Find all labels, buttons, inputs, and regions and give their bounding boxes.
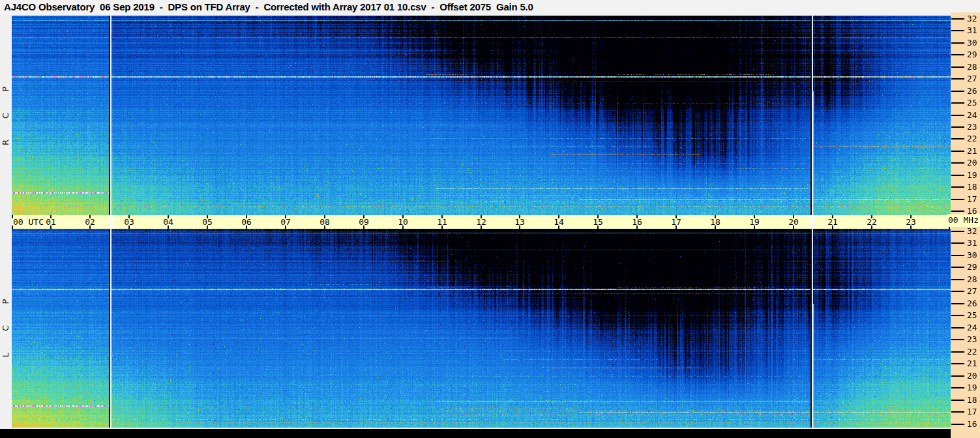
- freq-tick: [951, 242, 964, 244]
- hour-label: 06: [241, 217, 252, 227]
- hour-label: 23: [906, 217, 916, 227]
- hour-label: 01: [46, 217, 56, 227]
- freq-tick: [951, 424, 964, 425]
- hour-label: 13: [514, 217, 525, 227]
- polarization-label-lcp: PCL: [0, 229, 12, 428]
- hour-label: 08: [319, 217, 330, 227]
- freq-label: 31: [967, 26, 977, 35]
- title-text: AJ4CO Observatory 06 Sep 2019 - DPS on T…: [4, 1, 533, 12]
- freq-label: 19: [967, 171, 977, 180]
- polarization-label-rcp: PCR: [0, 16, 12, 215]
- freq-tick: [951, 126, 964, 128]
- hour-label: 02: [85, 217, 95, 227]
- polarization-letter: P: [1, 299, 11, 304]
- freq-label: 24: [967, 111, 977, 120]
- freq-tick: [951, 315, 964, 316]
- freq-label: 32: [967, 14, 977, 23]
- freq-tick: [951, 400, 964, 401]
- freq-label: 27: [967, 74, 977, 83]
- data-gap-marker: [810, 215, 814, 229]
- freq-tick: [951, 339, 964, 340]
- freq-label: 26: [967, 87, 977, 96]
- hour-label: 14: [554, 217, 564, 227]
- freq-tick: [951, 351, 964, 353]
- freq-tick: [951, 162, 964, 164]
- freq-label: 25: [967, 311, 977, 320]
- freq-tick: [951, 186, 964, 188]
- data-gap-marker: [109, 215, 113, 229]
- spectrogram-panel-lcp: [12, 229, 951, 428]
- freq-label: 16: [967, 420, 977, 429]
- freq-tick: [951, 151, 964, 152]
- freq-label: 32: [967, 227, 977, 236]
- bottom-bar: [0, 429, 951, 438]
- freq-tick: [951, 255, 964, 256]
- hour-label: 19: [749, 217, 760, 227]
- freq-label: 21: [967, 359, 977, 368]
- freq-tick: [951, 138, 964, 139]
- freq-label: 22: [967, 134, 977, 143]
- title-bar: AJ4CO Observatory 06 Sep 2019 - DPS on T…: [0, 0, 980, 15]
- freq-label: 27: [967, 287, 977, 296]
- freq-label: 17: [967, 407, 977, 416]
- freq-label: 28: [967, 275, 977, 284]
- freq-label: 30: [967, 38, 977, 48]
- hour-label: 07: [280, 217, 291, 227]
- freq-label: 29: [967, 50, 977, 59]
- hour-label: 12: [476, 217, 486, 227]
- time-axis-end-label: 00 MHz: [947, 214, 980, 227]
- freq-label: 30: [967, 251, 977, 260]
- freq-tick: [951, 102, 964, 104]
- freq-label: 18: [967, 182, 977, 192]
- hour-label: 10: [398, 217, 408, 227]
- freq-tick: [951, 411, 964, 413]
- hour-label: 15: [593, 217, 603, 227]
- hour-label: 22: [867, 217, 877, 227]
- hour-label: 03: [124, 217, 134, 227]
- freq-label: 17: [967, 195, 977, 204]
- freq-label: 29: [967, 263, 977, 272]
- freq-label: 18: [967, 396, 977, 405]
- hour-label: 16: [632, 217, 642, 227]
- freq-tick: [951, 267, 964, 268]
- freq-tick: [951, 375, 964, 377]
- freq-label: 21: [967, 147, 977, 156]
- hour-label: 05: [202, 217, 213, 227]
- freq-tick: [951, 115, 964, 116]
- time-axis: 0102030405060708091011121314151617181920…: [12, 215, 951, 229]
- hour-label-start: 00 UTC: [13, 217, 44, 227]
- polarization-letter: C: [1, 112, 10, 118]
- polarization-letter: P: [1, 86, 11, 91]
- freq-tick: [951, 42, 964, 44]
- freq-tick: [951, 279, 964, 280]
- freq-tick: [951, 387, 964, 388]
- freq-label: 23: [967, 335, 977, 344]
- freq-tick: [951, 78, 964, 80]
- spectrogram-panel-rcp: [12, 16, 951, 215]
- freq-tick: [951, 199, 964, 200]
- freq-tick: [951, 175, 964, 176]
- freq-tick: [951, 327, 964, 328]
- freq-tick: [951, 291, 964, 292]
- freq-tick: [951, 66, 964, 68]
- freq-label: 25: [967, 98, 977, 108]
- freq-tick: [951, 91, 964, 92]
- freq-label: 23: [967, 123, 977, 132]
- freq-label: 20: [967, 372, 977, 381]
- freq-tick: [951, 211, 964, 212]
- freq-label: 24: [967, 323, 977, 332]
- hour-label: 11: [437, 217, 447, 227]
- freq-label: 28: [967, 63, 977, 72]
- freq-label: 20: [967, 158, 977, 168]
- polarization-letter: R: [1, 139, 10, 145]
- hour-label: 17: [671, 217, 681, 227]
- freq-tick: [951, 30, 964, 31]
- spectrograph-page: AJ4CO Observatory 06 Sep 2019 - DPS on T…: [0, 0, 980, 438]
- freq-tick: [951, 303, 964, 304]
- hour-label: 18: [710, 217, 720, 227]
- hour-label: 04: [163, 217, 173, 227]
- freq-tick: [951, 231, 964, 232]
- hour-label: 21: [827, 217, 838, 227]
- freq-label: 26: [967, 299, 977, 308]
- freq-tick: [951, 363, 964, 364]
